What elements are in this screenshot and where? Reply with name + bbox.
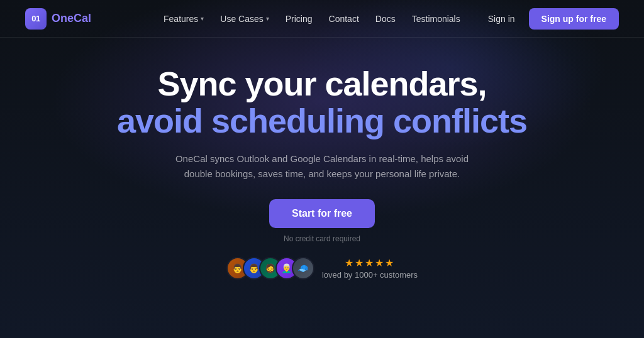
avatar: 🧢 xyxy=(292,257,314,280)
navbar: 01 OneCal Features ▾ Use Cases ▾ Pricing… xyxy=(0,0,644,38)
hero-subtitle: OneCal syncs Outlook and Google Calendar… xyxy=(171,151,473,182)
no-credit-text: No credit card required xyxy=(284,234,360,243)
nav-link-features[interactable]: Features ▾ xyxy=(157,10,210,28)
chevron-down-icon: ▾ xyxy=(201,15,204,22)
hero-section: Sync your calendars, avoid scheduling co… xyxy=(0,38,644,280)
nav-item-contact[interactable]: Contact xyxy=(323,10,365,28)
start-free-button[interactable]: Start for free xyxy=(269,199,375,228)
nav-actions: Sign in Sign up for free xyxy=(482,8,619,30)
logo[interactable]: 01 OneCal xyxy=(25,8,91,30)
nav-link-pricing[interactable]: Pricing xyxy=(279,10,319,28)
hero-title-line1: Sync your calendars, xyxy=(157,65,486,102)
logo-icon: 01 xyxy=(25,8,47,30)
logo-text: OneCal xyxy=(52,12,91,25)
signup-button[interactable]: Sign up for free xyxy=(529,8,619,30)
nav-item-features[interactable]: Features ▾ xyxy=(157,10,210,28)
star-rating: ★★★★★ xyxy=(322,257,418,269)
nav-link-usecases[interactable]: Use Cases ▾ xyxy=(214,10,275,28)
nav-link-docs[interactable]: Docs xyxy=(369,10,402,28)
nav-link-testimonials[interactable]: Testimonials xyxy=(406,10,467,28)
avatar-group: 👨 👨 🧔 👨‍🦳 🧢 xyxy=(226,257,314,280)
social-proof: 👨 👨 🧔 👨‍🦳 🧢 ★★★★★ loved by 1000+ custome… xyxy=(226,257,418,280)
nav-links: Features ▾ Use Cases ▾ Pricing Contact D… xyxy=(157,10,467,28)
hero-title-line2: avoid scheduling conflicts xyxy=(117,102,527,139)
chevron-down-icon: ▾ xyxy=(266,15,269,22)
social-text: ★★★★★ loved by 1000+ customers xyxy=(322,257,418,280)
nav-item-testimonials[interactable]: Testimonials xyxy=(406,10,467,28)
loved-label: loved by 1000+ customers xyxy=(322,270,418,280)
nav-item-usecases[interactable]: Use Cases ▾ xyxy=(214,10,275,28)
nav-item-pricing[interactable]: Pricing xyxy=(279,10,319,28)
nav-item-docs[interactable]: Docs xyxy=(369,10,402,28)
signin-button[interactable]: Sign in xyxy=(482,10,521,28)
nav-link-contact[interactable]: Contact xyxy=(323,10,365,28)
